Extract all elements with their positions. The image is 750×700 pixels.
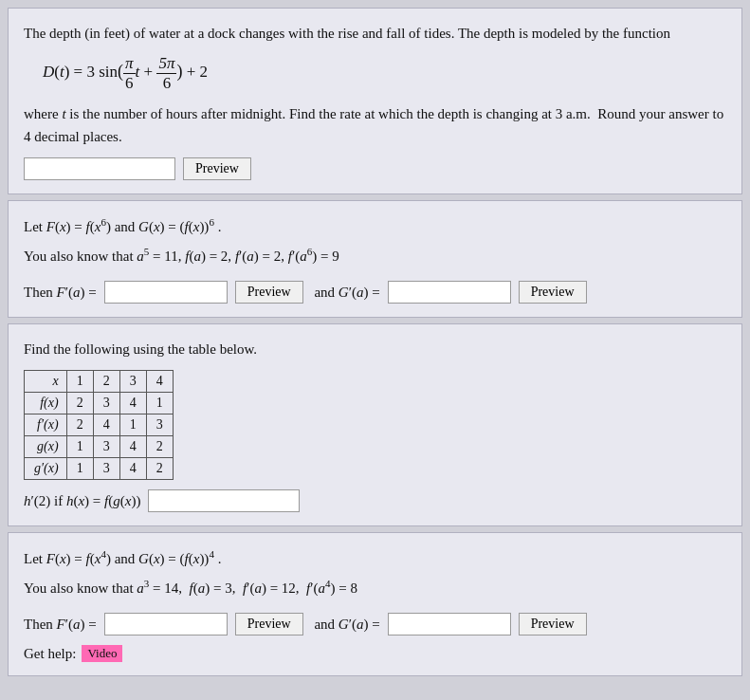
section2-preview-btn-1[interactable]: Preview [235,281,303,304]
table-header-1: 1 [66,371,93,393]
section4-g-prime-input[interactable] [388,613,511,636]
section4-f-prime-label: Then F′(a) = [24,617,97,633]
section-4: Let F(x) = f(x4) and G(x) = (f(x))4 . Yo… [8,532,742,676]
section3-h-prime-label: h′(2) if h(x) = f(g(x)) [24,493,140,509]
table-header-x: x [25,371,67,393]
section2-line1: Let F(x) = f(x6) and G(x) = (f(x))6 . [24,214,726,238]
section2-f-prime-label: Then F′(a) = [24,285,97,301]
section3-h-prime-input[interactable] [148,489,300,512]
section-2: Let F(x) = f(x6) and G(x) = (f(x))6 . Yo… [8,200,742,318]
table-header-4: 4 [146,371,173,393]
get-help-label: Get help: [24,646,76,662]
section4-line1: Let F(x) = f(x4) and G(x) = (f(x))4 . [24,546,726,570]
section2-g-prime-label: and G′(a) = [311,285,380,301]
table-row-fpx: f′(x) 2 4 1 3 [25,414,174,436]
section2-g-prime-input[interactable] [388,281,511,304]
get-help-row: Get help: Video [24,645,726,662]
section4-g-prime-label: and G′(a) = [311,617,380,633]
table-row-gpx: g′(x) 1 3 4 2 [25,458,174,480]
section4-preview-btn-2[interactable]: Preview [519,613,587,636]
section3-intro: Find the following using the table below… [24,338,726,360]
section1-answer-input[interactable] [24,157,175,180]
video-link[interactable]: Video [82,645,122,662]
problem-text-1: The depth (in feet) of water at a dock c… [24,22,726,45]
section-3: Find the following using the table below… [8,323,742,526]
section3-table-container: x 1 2 3 4 f(x) 2 3 4 1 f′(x) 2 4 1 3 g [24,370,726,480]
section2-f-prime-input[interactable] [104,281,228,304]
table-row-fx: f(x) 2 3 4 1 [25,393,174,414]
section1-preview-button[interactable]: Preview [183,157,251,180]
section4-f-prime-input[interactable] [104,613,228,636]
table-header-2: 2 [93,371,119,393]
table-header-3: 3 [119,371,146,393]
formula-display-1: D(t) = 3 sin(π6t + 5π6) + 2 [43,54,726,93]
section3-table: x 1 2 3 4 f(x) 2 3 4 1 f′(x) 2 4 1 3 g [24,370,174,480]
section2-preview-btn-2[interactable]: Preview [519,281,587,304]
problem-text-2: where t is the number of hours after mid… [24,102,726,148]
section4-preview-btn-1[interactable]: Preview [235,613,303,636]
table-header-row: x 1 2 3 4 [25,371,174,393]
section-1: The depth (in feet) of water at a dock c… [8,8,742,194]
section2-line2: You also know that a5 = 11, f(a) = 2, f′… [24,244,726,267]
table-row-gx: g(x) 1 3 4 2 [25,436,174,458]
section4-line2: You also know that a3 = 14, f(a) = 3, f′… [24,576,726,599]
